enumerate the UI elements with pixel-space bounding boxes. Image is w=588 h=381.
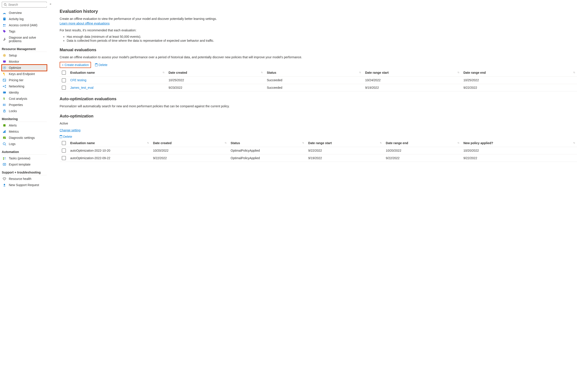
- manual-desc: Create an offline evaluation to assess y…: [60, 55, 577, 60]
- radar-icon: [3, 11, 6, 15]
- column-header-range-end[interactable]: Date range end↑↓: [461, 69, 577, 77]
- people-icon: [3, 23, 6, 27]
- sidebar-item-pricing-tier[interactable]: Pricing tier: [2, 77, 47, 83]
- svg-rect-46: [61, 135, 62, 135]
- sidebar-item-networking[interactable]: Networking: [2, 83, 47, 89]
- manual-heading: Manual evaluations: [60, 48, 577, 52]
- table-row: autoOptimization-2022-09-22 9/22/2022 Op…: [60, 154, 577, 161]
- svg-point-33: [3, 143, 5, 145]
- column-header-name[interactable]: Evaluation name↑↓: [68, 139, 151, 147]
- sidebar-item-optimize[interactable]: Optimize: [2, 65, 47, 71]
- sidebar-item-label: Logs: [9, 142, 16, 146]
- learn-more-link[interactable]: Learn more about offline evaluations: [60, 22, 109, 25]
- sidebar-item-overview[interactable]: Overview: [2, 10, 47, 16]
- column-header-policy-applied[interactable]: New policy applied?↑↓: [461, 139, 577, 147]
- sidebar-section-resource-management: Resource Management: [2, 47, 47, 52]
- sidebar-item-label: Resource health: [9, 177, 31, 180]
- sidebar-item-logs[interactable]: Logs: [2, 141, 47, 147]
- sidebar-item-activity-log[interactable]: Activity log: [2, 16, 47, 22]
- sidebar-item-keys-endpoint[interactable]: Keys and Endpoint: [2, 71, 47, 77]
- row-checkbox[interactable]: [62, 86, 66, 90]
- sidebar-item-alerts[interactable]: Alerts: [2, 122, 47, 128]
- svg-rect-24: [3, 104, 3, 106]
- table-row: autoOptimization-2022-10-20 10/20/2022 O…: [60, 147, 577, 154]
- support-icon: [3, 183, 6, 187]
- column-header-range-start[interactable]: Date range start↑↓: [306, 139, 383, 147]
- search-box[interactable]: [2, 2, 47, 7]
- select-all-header[interactable]: [60, 139, 68, 147]
- sidebar-item-monitor[interactable]: Monitor: [2, 59, 47, 65]
- lock-icon: [3, 109, 6, 113]
- column-header-status[interactable]: Status↑↓: [265, 69, 363, 77]
- svg-point-13: [4, 67, 5, 68]
- svg-rect-11: [4, 63, 5, 63]
- select-all-header[interactable]: [60, 69, 68, 77]
- search-icon: [4, 3, 7, 6]
- svg-rect-45: [60, 135, 62, 136]
- row-checkbox[interactable]: [62, 149, 66, 153]
- column-header-range-start[interactable]: Date range start↑↓: [363, 69, 461, 77]
- sidebar-item-access-control[interactable]: Access control (IAM): [2, 22, 47, 28]
- checkbox[interactable]: [62, 141, 66, 145]
- delete-label: Delete: [63, 135, 72, 139]
- row-checkbox[interactable]: [62, 156, 66, 160]
- sidebar-item-cost-analysis[interactable]: $Cost analysis: [2, 96, 47, 102]
- sidebar-item-properties[interactable]: Properties: [2, 102, 47, 108]
- cell-start: 9/22/2022: [306, 147, 383, 154]
- sort-icon: ↑↓: [302, 141, 304, 144]
- sidebar-item-label: Keys and Endpoint: [9, 72, 35, 76]
- sidebar-item-resource-health[interactable]: Resource health: [2, 176, 47, 182]
- column-header-created[interactable]: Date created↑↓: [151, 139, 228, 147]
- change-setting-link[interactable]: Change setting: [60, 128, 80, 132]
- svg-rect-37: [3, 159, 4, 160]
- svg-point-0: [4, 3, 6, 5]
- auto-delete-button[interactable]: Delete: [60, 135, 72, 139]
- sidebar-item-label: Export template: [9, 163, 30, 166]
- logs-icon: [3, 142, 6, 146]
- sidebar-item-identity[interactable]: Identity: [2, 89, 47, 96]
- column-header-created[interactable]: Date created↑↓: [166, 69, 265, 77]
- auto-optimization-table: Evaluation name↑↓ Date created↑↓ Status↑…: [60, 139, 577, 162]
- cell-status: Succeeded: [265, 77, 363, 84]
- sidebar-item-setup[interactable]: Setup: [2, 52, 47, 59]
- network-icon: [3, 84, 6, 88]
- svg-point-2: [4, 14, 5, 14]
- sidebar-item-new-support-request[interactable]: New Support Request: [2, 182, 47, 188]
- sidebar-item-label: Cost analysis: [9, 97, 27, 100]
- sidebar-item-diagnostic-settings[interactable]: Diagnostic settings: [2, 135, 47, 141]
- sidebar-item-export-template[interactable]: Export template: [2, 161, 47, 168]
- evaluation-name-link[interactable]: James_test_eval: [68, 84, 166, 91]
- row-checkbox[interactable]: [62, 78, 66, 82]
- sidebar-item-locks[interactable]: Locks: [2, 108, 47, 114]
- sidebar-section-monitoring: Monitoring: [2, 117, 47, 122]
- collapse-sidebar-icon[interactable]: «: [50, 2, 51, 5]
- sidebar-item-diagnose[interactable]: Diagnose and solve problems: [2, 34, 47, 44]
- sidebar-item-tags[interactable]: Tags: [2, 28, 47, 34]
- svg-rect-36: [4, 157, 6, 158]
- checkbox[interactable]: [62, 71, 66, 75]
- identity-icon: [3, 91, 6, 94]
- trash-icon: [60, 135, 62, 138]
- search-input[interactable]: [8, 3, 47, 6]
- evaluation-name-link[interactable]: CFE testing: [68, 77, 166, 84]
- svg-rect-4: [4, 18, 5, 19]
- auto-opt-toolbar: Delete: [60, 135, 577, 139]
- delete-evaluation-button[interactable]: Delete: [95, 63, 107, 67]
- heart-icon: [3, 177, 6, 180]
- column-header-range-end[interactable]: Date range end↑↓: [384, 139, 461, 147]
- plus-icon: +: [62, 63, 63, 67]
- svg-line-34: [5, 145, 6, 145]
- svg-rect-5: [4, 19, 5, 19]
- cell-start: 9/19/2022: [306, 154, 383, 161]
- column-header-status[interactable]: Status↑↓: [228, 139, 306, 147]
- cell-start: 9/19/2022: [363, 84, 461, 91]
- create-evaluation-button[interactable]: + Create evaluation: [62, 63, 89, 67]
- sidebar-item-tasks[interactable]: Tasks (preview): [2, 155, 47, 161]
- cell-applied: 9/22/2022: [461, 154, 577, 161]
- svg-rect-29: [3, 132, 4, 133]
- tips-intro: For best results, it's recommended that …: [60, 28, 577, 33]
- tip-item: Has enough data (minimum of at least 50,…: [67, 35, 577, 39]
- cell-end: 10/20/2022: [384, 147, 461, 154]
- sidebar-item-metrics[interactable]: Metrics: [2, 128, 47, 135]
- column-header-name[interactable]: Evaluation name↑↓: [68, 69, 166, 77]
